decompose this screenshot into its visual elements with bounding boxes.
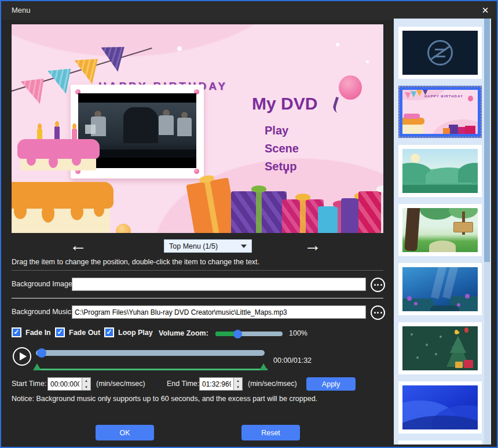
candle	[54, 126, 60, 140]
volume-zoom-label: Volume Zoom:	[159, 329, 208, 337]
chevron-down-icon	[241, 245, 247, 248]
confetti-dot	[177, 46, 182, 51]
template-thumbnail-meadow[interactable]	[398, 145, 482, 197]
start-time-label: Start Time:	[12, 380, 46, 388]
notice-text: Notice: Background music only supports u…	[12, 395, 317, 403]
birthday-cake	[12, 137, 113, 233]
drag-hint-text: Drag the item to change the position, do…	[12, 258, 259, 266]
title-bar: Menu ✕	[1, 1, 497, 20]
orange-ball	[116, 224, 131, 233]
dvd-menu-item-play[interactable]: Play	[265, 124, 288, 137]
trim-range-bar	[35, 369, 268, 370]
frosting-drip	[94, 203, 104, 217]
template-list: HAPPY BIRTHDAY	[394, 19, 491, 445]
loop-play-checkbox[interactable]: ✓ Loop Play	[104, 327, 153, 337]
checkbox-check-icon: ✓	[12, 327, 21, 337]
ok-button[interactable]: OK	[96, 425, 154, 440]
light-glow	[85, 125, 96, 134]
background-image-input[interactable]	[72, 278, 366, 291]
trim-start-handle[interactable]	[33, 363, 41, 370]
template-thumbnail-forest[interactable]	[398, 204, 482, 256]
reset-button[interactable]: Reset	[241, 425, 300, 440]
candle-flame	[72, 123, 76, 129]
frosting-drip	[14, 203, 27, 219]
meadow-template-art	[402, 149, 478, 193]
progress-slider[interactable]	[36, 350, 265, 356]
frosting-drip	[71, 203, 83, 220]
menu-page-select-value: Top Menu (1/5)	[169, 242, 241, 250]
trim-end-handle[interactable]	[259, 363, 268, 370]
scrollbar-thumb[interactable]	[484, 19, 490, 262]
candle-flame	[38, 123, 42, 129]
dvd-menu-item-scene[interactable]: Scene	[265, 142, 299, 155]
fade-in-checkbox[interactable]: ✓ Fade In	[12, 327, 51, 337]
start-time-input[interactable]	[47, 377, 82, 391]
progress-slider-thumb[interactable]	[37, 348, 46, 358]
dvd-menu-title[interactable]: My DVD	[252, 94, 356, 114]
confetti-dot	[336, 43, 339, 46]
divider	[12, 298, 383, 298]
gift-purple-striped	[231, 191, 287, 233]
end-time-input[interactable]	[199, 377, 234, 391]
fade-out-checkbox[interactable]: ✓ Fade Out	[55, 327, 100, 337]
next-menu-arrow[interactable]: →	[304, 236, 321, 254]
end-time-spinner: ▲ ▼	[199, 377, 243, 391]
play-icon	[20, 352, 27, 360]
sidebar-scrollbar[interactable]	[484, 19, 490, 445]
background-music-label: Background Music:	[12, 308, 73, 316]
underwater-template-art	[402, 267, 478, 311]
play-button[interactable]	[13, 347, 31, 366]
no-menu-icon	[402, 31, 478, 75]
end-time-label: End Time:	[167, 380, 199, 388]
start-time-spinner: ▲ ▼	[47, 377, 91, 391]
christmas-template-art: ★	[402, 326, 478, 370]
template-thumbnail-underwater[interactable]	[398, 263, 482, 315]
template-thumbnail-none[interactable]	[398, 27, 482, 79]
volume-slider-thumb[interactable]	[233, 330, 242, 338]
background-image-label: Background Image:	[12, 280, 74, 288]
frosting-drip	[72, 154, 81, 166]
apply-button[interactable]: Apply	[306, 377, 356, 391]
template-thumbnail-waves[interactable]	[398, 381, 482, 434]
pennant-flag-purple	[101, 44, 128, 74]
checkbox-check-icon: ✓	[104, 327, 114, 337]
template-thumbnail-partial[interactable]	[398, 440, 482, 445]
volume-value: 100%	[289, 329, 307, 337]
browse-music-button[interactable]	[371, 305, 385, 320]
candle-flame	[55, 121, 59, 127]
menu-preview: HAPPY BIRTHDAY	[12, 24, 383, 233]
loop-play-label: Loop Play	[118, 329, 153, 337]
bg-person	[177, 118, 192, 136]
foreground-figure	[123, 107, 158, 143]
end-time-up-icon[interactable]: ▲	[234, 378, 242, 384]
close-icon[interactable]: ✕	[478, 3, 492, 17]
fade-in-label: Fade In	[25, 329, 51, 337]
gift-crimson-striped	[358, 191, 383, 233]
start-time-unit: (min/sec/msec)	[96, 380, 145, 388]
start-time-up-icon[interactable]: ▲	[82, 378, 90, 384]
playback-time: 00:00/01:32	[273, 356, 312, 365]
frosting-drip	[49, 155, 58, 168]
fade-out-label: Fade Out	[69, 329, 100, 337]
end-time-down-icon[interactable]: ▼	[234, 384, 242, 391]
frosting-drip	[27, 154, 36, 166]
end-time-unit: (min/sec/msec)	[248, 380, 297, 388]
gift-pile	[189, 165, 383, 233]
birthday-template-art: HAPPY BIRTHDAY	[402, 90, 478, 134]
menu-dialog: Menu ✕ HAPPY BIRTHDAY	[0, 0, 498, 448]
menu-page-select[interactable]: Top Menu (1/5)	[164, 239, 252, 253]
confetti-dot	[366, 60, 369, 63]
template-thumbnail-birthday-selected[interactable]: HAPPY BIRTHDAY	[398, 86, 482, 138]
prev-menu-arrow[interactable]: ←	[69, 236, 87, 254]
browse-image-button[interactable]	[371, 278, 385, 292]
checkbox-check-icon: ✓	[55, 327, 65, 337]
bg-person	[159, 115, 174, 135]
frosting-drip	[42, 204, 54, 223]
gift-orange	[186, 177, 238, 233]
forest-template-art	[402, 208, 478, 252]
template-thumbnail-christmas[interactable]: ★	[398, 322, 482, 374]
dialog-title: Menu	[12, 6, 31, 14]
volume-slider[interactable]	[215, 332, 283, 336]
background-music-input[interactable]	[72, 305, 366, 319]
start-time-down-icon[interactable]: ▼	[82, 384, 90, 391]
